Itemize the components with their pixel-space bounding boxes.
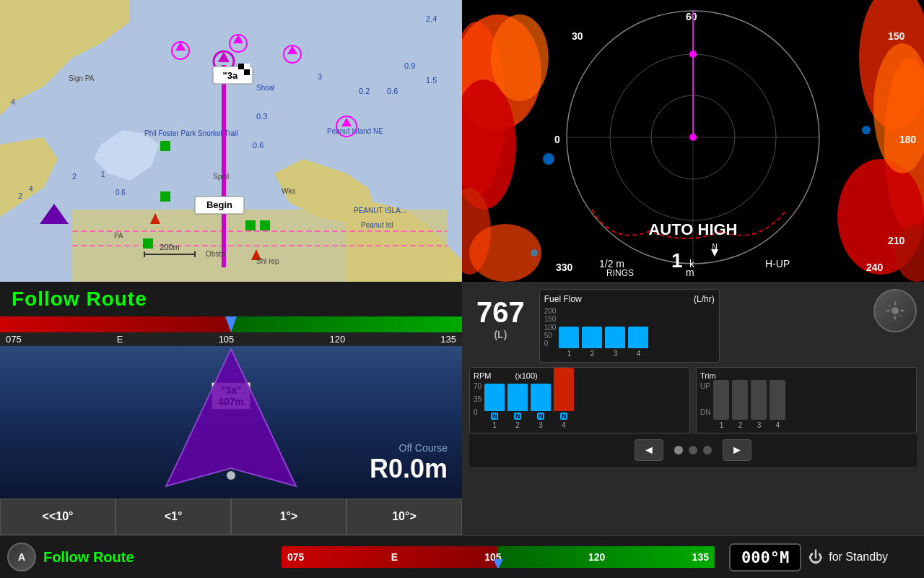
nav-btn-left-1[interactable]: <1° <box>116 499 231 535</box>
svg-rect-23 <box>160 141 170 151</box>
course-num-4: 120 <box>329 334 345 345</box>
fuel-row: 767 (L) Fuel Flow (L/hr) 200 150 100 50 <box>469 289 917 363</box>
fuel-unit-label: (L/hr) <box>694 294 715 304</box>
next-page-button[interactable]: ► <box>723 439 751 461</box>
svg-text:150: 150 <box>888 30 905 42</box>
status-bar: A Follow Route 075 E 105 120 135 000°M ⏻ <box>0 535 924 578</box>
svg-text:0.6: 0.6 <box>253 141 263 150</box>
fuel-chart: Fuel Flow (L/hr) 200 150 100 50 0 <box>539 289 720 363</box>
fuel-display: 767 (L) <box>469 289 532 348</box>
status-num-4: 120 <box>588 551 605 563</box>
nav-display: "3a" 407m Off Course R0.0m <box>0 346 462 499</box>
pagination-controls: ◄ ► <box>469 434 917 467</box>
nav-btn-right-10[interactable]: 10°> <box>346 499 462 535</box>
status-follow-route-label: Follow Route <box>43 549 134 566</box>
trim-chart: Trim UP DN 1 <box>696 367 917 434</box>
svg-text:30: 30 <box>572 30 583 42</box>
svg-text:RINGS: RINGS <box>606 268 634 278</box>
course-num-5: 135 <box>440 334 456 345</box>
svg-text:Peanut Isl: Peanut Isl <box>361 221 393 229</box>
svg-text:Shoal: Shoal <box>256 84 275 92</box>
rpm-title: RPM (x100) <box>474 371 686 380</box>
nav-off-course: Off Course R0.0m <box>370 442 448 484</box>
follow-route-label: Follow Route <box>12 288 147 311</box>
svg-point-67 <box>491 14 549 101</box>
svg-text:3: 3 <box>318 72 322 81</box>
svg-text:0.6: 0.6 <box>116 189 126 197</box>
svg-text:2.4: 2.4 <box>426 14 437 23</box>
trim-title: Trim <box>700 371 912 380</box>
svg-text:Spoil: Spoil <box>213 173 229 181</box>
svg-point-77 <box>531 249 538 256</box>
svg-text:240: 240 <box>866 262 884 273</box>
rpm-bar-4: N 4 <box>554 368 574 429</box>
svg-rect-14 <box>244 69 250 75</box>
nav-btn-left-10[interactable]: <<10° <box>0 499 116 535</box>
svg-text:Phil Foster Park Snorkel Trail: Phil Foster Park Snorkel Trail <box>144 129 238 137</box>
svg-text:1.5: 1.5 <box>426 76 437 85</box>
svg-text:Obstn: Obstn <box>206 250 225 258</box>
course-num-2: E <box>117 334 123 345</box>
svg-text:2: 2 <box>72 172 77 181</box>
svg-rect-25 <box>245 220 256 230</box>
trim-bar-2: 2 <box>732 380 748 429</box>
fuel-chart-title: Fuel Flow (L/hr) <box>544 294 715 304</box>
svg-text:PA: PA <box>114 232 123 240</box>
svg-text:0.2: 0.2 <box>359 87 370 95</box>
svg-text:Sign PA: Sign PA <box>69 74 95 82</box>
rpm-trim-row: RPM (x100) 70 35 0 N <box>469 367 917 434</box>
gear-button[interactable] <box>873 289 917 332</box>
svg-rect-27 <box>143 238 153 249</box>
trim-bar-3: 3 <box>751 380 767 429</box>
svg-text:0.6: 0.6 <box>387 87 398 95</box>
course-bar <box>0 316 462 332</box>
status-num-1: 075 <box>287 551 304 563</box>
fuel-unit: (L) <box>494 329 507 340</box>
instruments-panel: 767 (L) Fuel Flow (L/hr) 200 150 100 50 <box>462 282 924 535</box>
page-dot-3 <box>703 446 712 454</box>
instruments-full: 767 (L) Fuel Flow (L/hr) 200 150 100 50 <box>462 282 924 535</box>
svg-text:210: 210 <box>888 235 905 246</box>
nav-arrow <box>159 346 303 499</box>
status-num-5: 135 <box>692 551 709 563</box>
svg-rect-26 <box>260 220 270 230</box>
fuel-bar-4: 4 <box>628 327 648 358</box>
course-bar-green <box>231 316 462 332</box>
svg-point-92 <box>689 134 697 141</box>
rpm-bar-1: N 1 <box>484 384 505 429</box>
svg-rect-24 <box>160 191 170 202</box>
svg-text:Shl rep: Shl rep <box>256 257 279 265</box>
status-logo[interactable]: A <box>7 543 36 571</box>
svg-text:0.9: 0.9 <box>404 61 415 70</box>
svg-text:200m: 200m <box>160 243 180 251</box>
svg-text:4: 4 <box>29 185 33 193</box>
nav-btn-right-1[interactable]: 1°> <box>231 499 346 535</box>
svg-point-105 <box>227 471 235 480</box>
rpm-bar-2: N 2 <box>507 384 528 429</box>
prev-page-button[interactable]: ◄ <box>635 439 663 461</box>
svg-text:180: 180 <box>899 134 917 145</box>
course-numbers: 075 E 105 120 135 <box>0 332 462 346</box>
course-num-3: 105 <box>219 334 235 345</box>
rpm-chart: RPM (x100) 70 35 0 N <box>469 367 690 434</box>
fuel-bars: 1 2 3 4 <box>559 307 648 358</box>
svg-point-93 <box>689 51 697 58</box>
status-center: 075 E 105 120 135 <box>274 546 722 568</box>
status-standby: ⏻ for Standby <box>808 549 888 566</box>
svg-text:0.3: 0.3 <box>256 112 267 121</box>
svg-text:4: 4 <box>11 98 15 106</box>
page-dot-2 <box>689 446 697 454</box>
svg-text:N: N <box>712 243 717 251</box>
svg-point-76 <box>862 126 871 134</box>
rpm-y-axis: 70 35 0 <box>474 382 481 429</box>
fuel-y-axis: 200 150 100 50 0 <box>544 307 557 358</box>
status-left: A Follow Route <box>0 543 274 571</box>
fuel-value: 767 <box>476 296 525 329</box>
svg-text:2: 2 <box>18 191 22 200</box>
fuel-title: Fuel Flow <box>544 294 582 304</box>
fuel-bar-1: 1 <box>559 327 579 358</box>
fuel-bar-3: 3 <box>605 327 625 358</box>
svg-text:1: 1 <box>101 171 105 178</box>
svg-text:AUTO HIGH: AUTO HIGH <box>648 220 737 238</box>
course-bar-red <box>0 316 231 332</box>
